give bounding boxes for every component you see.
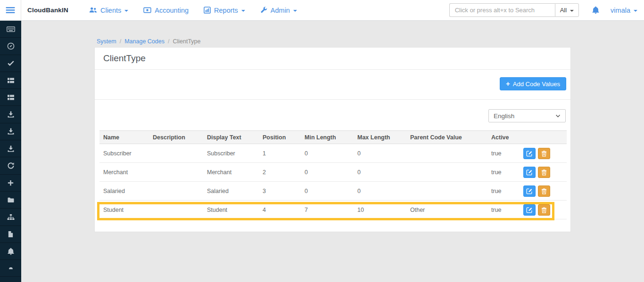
edit-button[interactable]	[523, 167, 536, 178]
table-cell: 0	[354, 144, 406, 163]
menu-item-admin[interactable]: Admin	[253, 0, 305, 20]
table-cell: Salaried	[203, 182, 259, 201]
table-cell: 0	[301, 182, 354, 201]
breadcrumb-item-manage-codes[interactable]: Manage Codes	[124, 38, 165, 45]
sidebar-item-download[interactable]	[0, 140, 21, 157]
edit-icon	[526, 188, 533, 194]
sidebar-item-compass[interactable]	[0, 38, 21, 55]
hamburger-icon	[6, 7, 15, 14]
table-cell: true	[487, 144, 520, 163]
table-row: SalariedSalaried300true	[99, 182, 567, 201]
folder-icon	[7, 197, 15, 203]
sidebar-item-user-partial[interactable]	[0, 260, 21, 277]
table-cell: true	[487, 163, 520, 182]
sidebar-item-refresh[interactable]	[0, 157, 21, 174]
table-cell: Salaried	[99, 182, 149, 201]
edit-icon	[526, 169, 533, 176]
table-cell: true	[487, 182, 520, 201]
language-select[interactable]: English	[488, 109, 566, 122]
column-header-actions	[520, 131, 567, 144]
users-icon	[89, 7, 97, 14]
search-scope-dropdown[interactable]: All	[555, 3, 579, 17]
table-cell	[406, 182, 487, 201]
table-cell	[406, 163, 487, 182]
table-cell	[149, 163, 203, 182]
search-scope-label: All	[560, 7, 567, 14]
hamburger-menu-button[interactable]	[0, 0, 21, 20]
column-header-max-length: Max Length	[354, 131, 406, 144]
notifications-button[interactable]	[592, 6, 600, 14]
sidebar-item-plus[interactable]	[0, 175, 21, 192]
table-cell: 3	[259, 182, 301, 201]
left-sidebar	[0, 21, 21, 282]
caret-down-icon	[241, 10, 245, 12]
top-navbar: CloudBankIN ClientsAccountingReportsAdmi…	[0, 0, 644, 21]
delete-button[interactable]	[538, 167, 550, 178]
sidebar-item-check[interactable]	[0, 55, 21, 72]
menu-item-label: Clients	[100, 7, 121, 14]
sidebar-item-sitemap[interactable]	[0, 209, 21, 226]
code-values-table: NameDescriptionDisplay TextPositionMin L…	[99, 130, 567, 219]
brand-logo[interactable]: CloudBankIN	[21, 0, 74, 20]
trash-icon	[541, 207, 547, 213]
sidebar-item-file[interactable]	[0, 226, 21, 243]
menu-item-clients[interactable]: Clients	[82, 0, 136, 20]
edit-button[interactable]	[523, 204, 536, 216]
table-row-highlighted: StudentStudent4710Othertrue	[99, 201, 567, 219]
sidebar-item-keyboard[interactable]	[0, 21, 21, 38]
table-cell: Merchant	[99, 163, 149, 182]
table-cell: 10	[354, 201, 406, 219]
bar-chart-icon	[204, 7, 211, 14]
download-icon	[7, 111, 15, 118]
edit-button[interactable]	[523, 148, 536, 159]
delete-button[interactable]	[538, 185, 550, 197]
table-cell	[149, 201, 203, 219]
menu-item-reports[interactable]: Reports	[196, 0, 253, 20]
table-header-row: NameDescriptionDisplay TextPositionMin L…	[99, 131, 567, 144]
table-cell-actions	[520, 182, 567, 201]
sidebar-item-folder[interactable]	[0, 192, 21, 209]
table-cell-actions	[520, 144, 567, 163]
file-icon	[8, 231, 14, 238]
menu-item-accounting[interactable]: Accounting	[136, 0, 196, 20]
table-cell: 0	[301, 144, 354, 163]
table-cell: Subscriber	[99, 144, 149, 163]
trash-icon	[541, 150, 547, 157]
add-code-values-button[interactable]: + Add Code Values	[500, 77, 566, 90]
download-icon	[7, 128, 15, 135]
table-cell	[149, 144, 203, 163]
table-cell: Merchant	[203, 163, 259, 182]
table-cell: 7	[301, 201, 354, 219]
edit-button[interactable]	[523, 185, 536, 197]
sidebar-item-download[interactable]	[0, 123, 21, 140]
caret-down-icon	[124, 10, 128, 12]
table-cell: true	[487, 201, 520, 219]
sidebar-item-download[interactable]	[0, 106, 21, 123]
money-icon	[143, 7, 151, 13]
breadcrumb-item-system[interactable]: System	[97, 38, 116, 45]
column-header-active: Active	[487, 131, 520, 144]
caret-down-icon	[634, 10, 637, 12]
divider	[95, 69, 570, 70]
refresh-icon	[7, 162, 15, 169]
main-menu: ClientsAccountingReportsAdmin	[82, 0, 305, 20]
table-cell: 0	[354, 163, 406, 182]
trash-icon	[541, 188, 547, 194]
sidebar-item-bell[interactable]	[0, 243, 21, 260]
download-icon	[7, 145, 15, 153]
table-cell-actions	[520, 163, 567, 182]
user-menu[interactable]: vimala	[611, 7, 637, 14]
sidebar-item-th-list[interactable]	[0, 72, 21, 89]
breadcrumb-item-clienttype: ClientType	[173, 38, 200, 45]
delete-button[interactable]	[538, 204, 550, 216]
menu-item-label: Reports	[214, 7, 238, 14]
user-name: vimala	[611, 7, 630, 14]
check-icon	[7, 59, 15, 67]
menu-item-label: Admin	[271, 7, 290, 14]
delete-button[interactable]	[538, 148, 550, 159]
bell-icon	[7, 248, 15, 255]
search-input[interactable]	[449, 3, 555, 17]
sidebar-item-th-list[interactable]	[0, 89, 21, 106]
th-list-icon	[7, 94, 15, 101]
edit-icon	[526, 150, 533, 157]
